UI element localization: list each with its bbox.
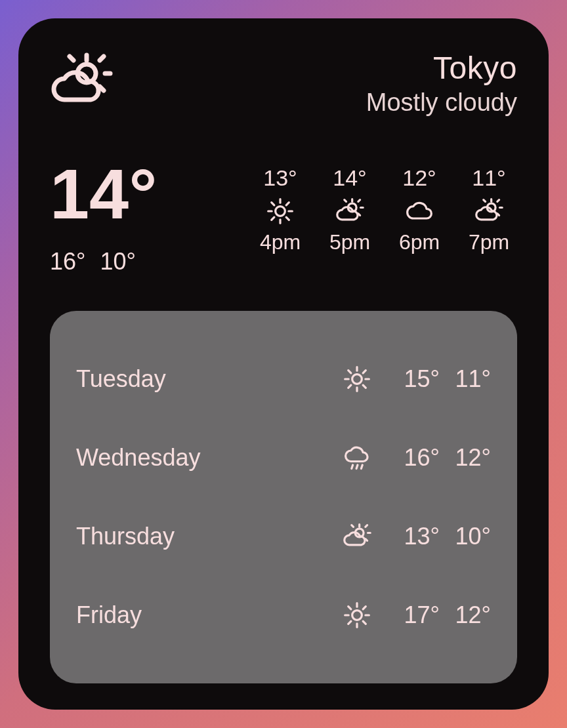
current-and-hourly: 14° 16° 10° 13° 4pm 14° 5pm 12° 6pm <box>50 159 517 275</box>
hour-column: 14° 5pm <box>322 165 378 254</box>
day-low: 11° <box>440 365 491 393</box>
daily-row: Thursday 13° 10° <box>76 522 491 551</box>
city-name: Tokyo <box>366 50 517 86</box>
location-block: Tokyo Mostly cloudy <box>366 50 517 117</box>
day-low: 12° <box>440 444 491 472</box>
daily-forecast-panel: Tuesday 15° 11° Wednesday 16° 12° Thursd… <box>50 311 517 683</box>
partly-cloudy-icon <box>335 196 364 226</box>
daily-row: Wednesday 16° 12° <box>76 443 491 472</box>
day-high: 17° <box>388 601 440 629</box>
hour-label: 4pm <box>260 230 301 254</box>
today-high: 16° <box>50 248 85 275</box>
partly-cloudy-icon <box>337 522 377 551</box>
day-name: Tuesday <box>76 365 337 393</box>
day-low: 10° <box>440 523 491 550</box>
current-temperature: 14° <box>50 159 157 230</box>
day-name: Thursday <box>76 523 337 550</box>
day-high: 15° <box>388 365 440 393</box>
hour-temp: 14° <box>333 165 366 191</box>
day-high: 16° <box>388 444 440 472</box>
day-name: Friday <box>76 601 337 629</box>
hourly-forecast: 13° 4pm 14° 5pm 12° 6pm 11° 7pm <box>252 165 517 254</box>
day-low: 12° <box>440 601 491 629</box>
hour-temp: 13° <box>263 165 297 191</box>
sunny-icon <box>337 601 377 630</box>
hour-label: 7pm <box>469 230 509 254</box>
hour-temp: 11° <box>472 165 505 191</box>
hour-column: 13° 4pm <box>252 165 308 254</box>
current-block: 14° 16° 10° <box>50 159 157 275</box>
sunny-icon <box>337 365 377 394</box>
weather-condition: Mostly cloudy <box>366 89 517 117</box>
hour-temp: 12° <box>402 165 436 191</box>
today-low: 10° <box>100 248 135 275</box>
rain-icon <box>337 443 377 472</box>
day-name: Wednesday <box>76 444 337 472</box>
day-high: 13° <box>388 523 440 550</box>
daily-row: Tuesday 15° 11° <box>76 365 491 394</box>
daily-row: Friday 17° 12° <box>76 601 491 630</box>
cloudy-icon <box>405 196 434 226</box>
hour-label: 6pm <box>399 230 440 254</box>
sunny-icon <box>266 196 295 226</box>
hour-column: 12° 6pm <box>391 165 448 254</box>
widget-header: Tokyo Mostly cloudy <box>50 50 517 117</box>
partly-cloudy-icon <box>474 196 503 226</box>
partly-cloudy-icon <box>50 50 113 113</box>
hour-column: 11° 7pm <box>461 165 517 254</box>
hour-label: 5pm <box>329 230 370 254</box>
high-low: 16° 10° <box>50 248 157 275</box>
weather-widget[interactable]: Tokyo Mostly cloudy 14° 16° 10° 13° 4pm … <box>18 18 549 710</box>
